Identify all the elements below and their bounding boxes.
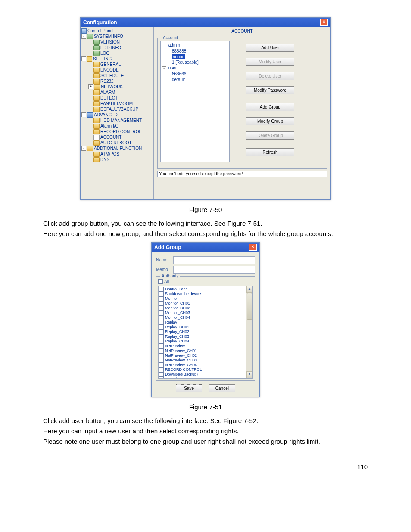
cancel-button[interactable]: Cancel bbox=[209, 384, 235, 392]
authority-item[interactable]: Hardisk Management bbox=[159, 377, 252, 379]
tree-default-backup[interactable]: DEFAULT/BACKUP bbox=[100, 106, 138, 112]
tree-rs232[interactable]: RS232 bbox=[100, 78, 114, 84]
authority-checkbox[interactable] bbox=[159, 367, 164, 372]
tree-hdd-mgmt[interactable]: HDD MANAGEMENT bbox=[100, 118, 142, 123]
acct-user-default[interactable]: default bbox=[172, 77, 185, 82]
delete-user-button[interactable]: Delete User bbox=[246, 72, 294, 80]
tree-schedule[interactable]: SCHEDULE bbox=[100, 73, 124, 78]
authority-item[interactable]: NetPreview bbox=[159, 344, 252, 348]
tree-auto-reboot[interactable]: AUTO REBOOT bbox=[100, 140, 132, 146]
scroll-thumb[interactable] bbox=[247, 293, 252, 320]
delete-group-button[interactable]: Delete Group bbox=[246, 131, 294, 140]
scroll-up-icon[interactable]: ▲ bbox=[246, 286, 252, 293]
acct-admin[interactable]: admin bbox=[168, 43, 180, 47]
minus-icon[interactable]: - bbox=[81, 146, 86, 151]
minus-icon[interactable]: - bbox=[81, 34, 86, 39]
authority-checkbox[interactable] bbox=[159, 372, 164, 377]
authority-item[interactable]: Replay_CH02 bbox=[159, 330, 252, 334]
nav-tree[interactable]: Control Panel -SYSTEM INFO VERSION HDD I… bbox=[81, 27, 154, 199]
authority-checkbox[interactable] bbox=[159, 296, 164, 301]
refresh-button[interactable]: Refresh bbox=[246, 148, 294, 156]
tree-control-panel[interactable]: Control Panel bbox=[87, 28, 114, 34]
authority-checkbox[interactable] bbox=[159, 311, 164, 315]
tree-atm-pos[interactable]: ATM/POS bbox=[100, 151, 119, 157]
tree-encode[interactable]: ENCODE bbox=[100, 67, 119, 73]
authority-checkbox[interactable] bbox=[159, 353, 164, 358]
authority-item[interactable]: NetPreview_CH04 bbox=[159, 363, 252, 367]
minus-icon[interactable]: - bbox=[162, 66, 166, 71]
authority-item[interactable]: Monitor bbox=[159, 296, 252, 301]
authority-checkbox[interactable] bbox=[159, 306, 164, 311]
acct-user-pw[interactable]: 666666 bbox=[172, 72, 186, 76]
save-button[interactable]: Save bbox=[176, 384, 202, 392]
authority-checkbox[interactable] bbox=[159, 287, 164, 292]
name-input[interactable] bbox=[173, 256, 255, 264]
authority-checkbox[interactable] bbox=[159, 348, 164, 353]
authority-item[interactable]: Monitor_CH03 bbox=[159, 311, 252, 315]
authority-item[interactable]: Replay_CH04 bbox=[159, 339, 252, 344]
all-checkbox[interactable] bbox=[158, 279, 163, 284]
authority-list[interactable]: Control PanelShutdown the deviceMonitorM… bbox=[158, 286, 253, 379]
authority-item[interactable]: Replay_CH03 bbox=[159, 334, 252, 339]
tree-detect[interactable]: DETECT bbox=[100, 95, 118, 101]
tree-alarm[interactable]: ALARM bbox=[100, 90, 115, 95]
acct-admin-selected[interactable]: admin bbox=[172, 54, 185, 59]
authority-item[interactable]: Monitor_CH04 bbox=[159, 315, 252, 320]
authority-item[interactable]: Monitor_CH02 bbox=[159, 306, 252, 311]
tree-dns[interactable]: DNS bbox=[100, 157, 109, 162]
add-user-button[interactable]: Add User bbox=[246, 44, 294, 52]
authority-checkbox[interactable] bbox=[159, 339, 164, 344]
minus-icon[interactable]: - bbox=[162, 44, 166, 48]
plus-icon[interactable]: + bbox=[88, 84, 93, 89]
minus-icon[interactable]: - bbox=[81, 56, 86, 61]
scrollbar[interactable]: ▲ ▼ bbox=[246, 286, 252, 378]
modify-group-button[interactable]: Modify Group bbox=[246, 117, 294, 125]
account-tree[interactable]: - admin 888888 admin 1 [Reuseable] - use… bbox=[160, 41, 230, 162]
minus-icon[interactable]: - bbox=[81, 112, 86, 117]
authority-checkbox[interactable] bbox=[159, 363, 164, 367]
authority-item[interactable]: Replay bbox=[159, 320, 252, 325]
authority-item[interactable]: Replay_CH01 bbox=[159, 325, 252, 330]
tree-hdd-info[interactable]: HDD INFO bbox=[100, 45, 121, 50]
modify-user-button[interactable]: Modify User bbox=[246, 58, 294, 66]
tree-addl-func[interactable]: ADDTIONAL FUNCTION bbox=[94, 146, 142, 151]
tree-advanced[interactable]: ADVANCED bbox=[94, 112, 118, 118]
tree-alarm-io[interactable]: Alarm I/O bbox=[100, 123, 118, 129]
authority-item[interactable]: NetPreview_CH03 bbox=[159, 358, 252, 363]
authority-checkbox[interactable] bbox=[159, 325, 164, 330]
authority-checkbox[interactable] bbox=[159, 344, 164, 348]
authority-checkbox[interactable] bbox=[159, 330, 164, 334]
authority-item[interactable]: Download(Backup) bbox=[159, 372, 252, 377]
acct-admin-reuse[interactable]: 1 [Reuseable] bbox=[172, 60, 199, 65]
tree-account[interactable]: ACCOUNT bbox=[100, 134, 121, 140]
authority-checkbox[interactable] bbox=[159, 301, 164, 306]
tree-network[interactable]: NETWORK bbox=[101, 84, 123, 90]
authority-item[interactable]: NetPreview_CH02 bbox=[159, 353, 252, 358]
authority-item[interactable]: NetPreview_CH01 bbox=[159, 348, 252, 353]
tree-system-info[interactable]: SYSTEM INFO bbox=[94, 34, 123, 39]
tree-record-ctrl[interactable]: RECORD CONTROL bbox=[100, 129, 141, 134]
authority-item[interactable]: RECORD CONTROL bbox=[159, 367, 252, 372]
close-icon[interactable]: × bbox=[320, 19, 328, 26]
authority-item[interactable]: Monitor_CH01 bbox=[159, 301, 252, 306]
memo-input[interactable] bbox=[173, 266, 255, 274]
tree-version[interactable]: VERSION bbox=[100, 39, 120, 45]
tree-general[interactable]: GENERAL bbox=[100, 62, 121, 67]
tree-ptz[interactable]: PAN/TILT/ZOOM bbox=[100, 101, 133, 106]
acct-admin-pw[interactable]: 888888 bbox=[172, 49, 186, 53]
authority-checkbox[interactable] bbox=[159, 377, 164, 379]
tree-log[interactable]: LOG bbox=[100, 50, 109, 56]
authority-checkbox[interactable] bbox=[159, 315, 164, 320]
authority-item[interactable]: Control Panel bbox=[159, 287, 252, 292]
authority-checkbox[interactable] bbox=[159, 358, 164, 363]
authority-checkbox[interactable] bbox=[159, 292, 164, 296]
close-icon[interactable]: × bbox=[249, 244, 257, 251]
authority-checkbox[interactable] bbox=[159, 320, 164, 325]
tree-setting[interactable]: SETTING bbox=[93, 56, 112, 62]
acct-user[interactable]: user bbox=[168, 65, 177, 70]
scroll-down-icon[interactable]: ▼ bbox=[246, 371, 252, 378]
modify-password-button[interactable]: Modify Password bbox=[246, 86, 294, 94]
authority-item[interactable]: Shutdown the device bbox=[159, 292, 252, 296]
add-group-button[interactable]: Add Group bbox=[246, 103, 294, 111]
authority-checkbox[interactable] bbox=[159, 334, 164, 339]
